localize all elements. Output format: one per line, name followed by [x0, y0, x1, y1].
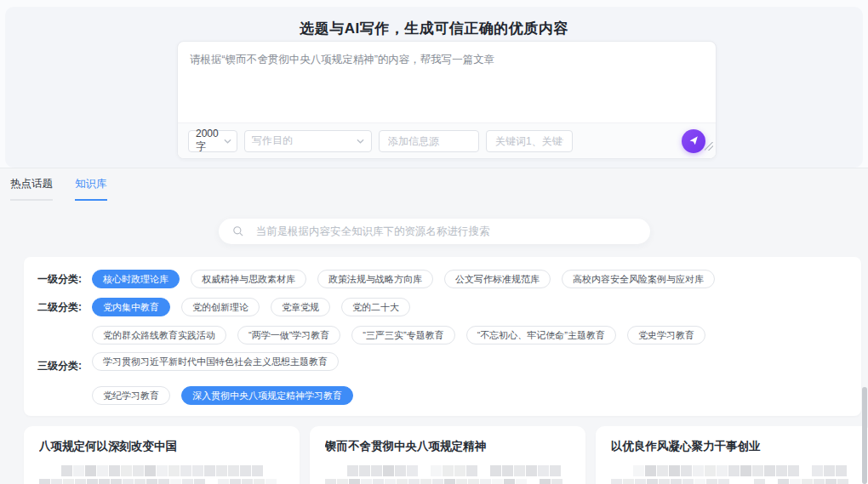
- redacted-pixel: [121, 465, 132, 476]
- filter-pill[interactable]: 党的二十大: [341, 298, 410, 316]
- search-input[interactable]: [254, 225, 637, 238]
- redacted-pixel: [266, 479, 277, 484]
- redacted-pixel: [218, 479, 229, 484]
- redacted-pixel: [730, 479, 741, 484]
- filter-pill[interactable]: 政策法规与战略方向库: [317, 270, 433, 288]
- filter-pill[interactable]: 深入贯彻中央八项规定精神学习教育: [181, 386, 353, 405]
- redacted-pixel: [633, 465, 644, 476]
- redacted-text-line: [325, 479, 570, 484]
- tab-0[interactable]: 热点话题: [10, 177, 53, 201]
- filter-row-label: 三级分类:: [37, 356, 92, 375]
- redacted-pixel: [359, 465, 370, 476]
- redacted-pixel: [516, 479, 527, 484]
- tab-1[interactable]: 知识库: [75, 177, 107, 201]
- redacted-pixel: [73, 465, 84, 476]
- result-card-1[interactable]: 锲而不舍贯彻中央八项规定精神: [310, 426, 585, 484]
- redacted-pixel: [419, 465, 430, 476]
- filter-pill[interactable]: “三严三实”专题教育: [351, 326, 454, 344]
- filter-pill-group: 党内集中教育党的创新理论党章党规党的二十大: [92, 298, 848, 316]
- redacted-pixel: [157, 465, 168, 476]
- redacted-pixel: [540, 479, 551, 484]
- filter-pill[interactable]: 权威精神与思政素材库: [191, 270, 306, 288]
- filter-pill[interactable]: 党的群众路线教育实践活动: [92, 326, 226, 344]
- filter-pill[interactable]: “不忘初心、牢记使命”主题教育: [466, 326, 616, 344]
- scrollbar-thumb[interactable]: [862, 387, 867, 484]
- redacted-pixel: [99, 479, 110, 484]
- filter-pill[interactable]: 学习贯彻习近平新时代中国特色社会主义思想主题教育: [92, 352, 339, 371]
- redacted-pixel: [264, 465, 275, 476]
- filter-pill[interactable]: “两学一做”学习教育: [237, 326, 340, 344]
- redacted-pixel: [538, 465, 549, 476]
- redacted-text-line: [611, 479, 856, 484]
- filter-row-0: 一级分类:核心时政理论库权威精神与思政素材库政策法规与战略方向库公文写作标准规范…: [37, 270, 848, 288]
- redacted-pixel: [192, 465, 203, 476]
- search-area: [0, 219, 868, 244]
- redacted-pixel: [659, 479, 670, 484]
- word-count-select[interactable]: 2000字: [188, 130, 237, 152]
- content-section: 热点话题知识库 一级分类:核心时政理论库权威精神与思政素材库政策法规与战略方向库…: [0, 168, 868, 484]
- redacted-pixel: [740, 465, 751, 476]
- redacted-pixel: [383, 465, 394, 476]
- send-button[interactable]: [682, 129, 705, 153]
- redacted-pixel: [134, 479, 146, 484]
- redacted-pixel: [681, 465, 692, 476]
- redacted-pixel: [204, 465, 215, 476]
- redacted-pixel: [371, 465, 382, 476]
- redacted-pixel: [111, 479, 122, 484]
- keywords-field: [486, 130, 573, 152]
- word-count-value: 2000字: [196, 128, 219, 154]
- filter-pill[interactable]: 党的创新理论: [181, 298, 260, 316]
- page-title: 选题与AI写作，生成可信正确的优质内容: [5, 7, 863, 38]
- redacted-pixel: [444, 479, 455, 484]
- keywords-input[interactable]: [494, 134, 565, 148]
- chevron-down-icon: [219, 139, 231, 144]
- result-card-title: 八项规定何以深刻改变中国: [39, 439, 284, 454]
- redacted-pixel: [51, 479, 62, 484]
- redacted-pixel: [514, 465, 525, 476]
- filter-pill[interactable]: 公文写作标准规范库: [444, 270, 551, 288]
- composer-input[interactable]: [178, 42, 716, 122]
- redacted-pixel: [824, 465, 835, 476]
- redacted-pixel: [694, 479, 705, 484]
- redacted-pixel: [395, 465, 406, 476]
- info-source-input[interactable]: [386, 134, 471, 148]
- redacted-pixel: [408, 479, 420, 484]
- search-bar: [219, 219, 650, 244]
- redacted-pixel: [706, 479, 717, 484]
- redacted-pixel: [526, 465, 537, 476]
- redacted-pixel: [431, 465, 442, 476]
- filter-row-1: 二级分类:党内集中教育党的创新理论党章党规党的二十大: [37, 298, 848, 316]
- redacted-pixel: [682, 479, 694, 484]
- filter-pill[interactable]: 高校内容安全风险案例与应对库: [562, 270, 715, 288]
- redacted-pixel: [504, 479, 515, 484]
- redacted-pixel: [778, 479, 789, 484]
- redacted-pixel: [61, 465, 72, 476]
- redacted-pixel: [123, 479, 134, 484]
- redacted-pixel: [754, 479, 765, 484]
- redacted-pixel: [705, 465, 716, 476]
- redacted-pixel: [87, 479, 98, 484]
- filter-pill[interactable]: 党史学习教育: [627, 326, 705, 344]
- redacted-pixel: [407, 465, 418, 476]
- result-card-2[interactable]: 以优良作风凝心聚力干事创业: [596, 426, 868, 484]
- textarea-resize-grip[interactable]: [705, 142, 713, 151]
- redacted-pixel: [145, 465, 156, 476]
- redacted-pixel: [63, 479, 74, 484]
- redacted-pixel: [836, 465, 847, 476]
- result-card-0[interactable]: 八项规定何以深刻改变中国: [24, 426, 300, 484]
- redacted-pixel: [242, 479, 253, 484]
- filter-pill[interactable]: 党纪学习教育: [92, 386, 170, 405]
- redacted-pixel: [385, 479, 396, 484]
- filter-pill[interactable]: 党章党规: [271, 298, 330, 316]
- redacted-pixel: [216, 465, 227, 476]
- filter-pill[interactable]: 党内集中教育: [92, 298, 170, 316]
- result-card-title: 锲而不舍贯彻中央八项规定精神: [325, 439, 570, 454]
- redacted-pixel: [39, 479, 50, 484]
- writing-purpose-select[interactable]: 写作目的: [244, 130, 372, 152]
- redacted-pixel: [717, 465, 728, 476]
- redacted-pixel: [480, 479, 491, 484]
- filter-pill[interactable]: 核心时政理论库: [92, 270, 180, 288]
- redacted-pixel: [347, 465, 358, 476]
- redacted-pixel: [528, 479, 539, 484]
- paper-plane-icon: [688, 134, 700, 146]
